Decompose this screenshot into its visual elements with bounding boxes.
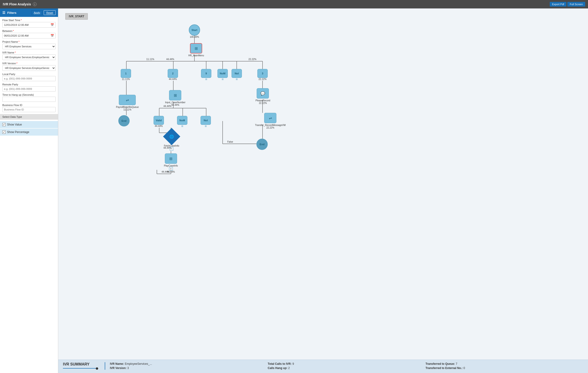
project-name-group: Project Name* HR Employee Services <box>2 40 56 49</box>
node-fetch-case[interactable]: 🌐 FetchCaseInfo − <box>164 131 179 151</box>
main-content: IVR_START <box>58 9 588 373</box>
transferred-queue-val: 7 <box>456 362 457 365</box>
node-3-pct: 22.22% <box>259 78 266 81</box>
node-transfer-record[interactable]: ⇌ Transfer_RecordMessageVM 22.22% <box>255 113 285 129</box>
please-record-pct: 22.22% <box>259 102 267 104</box>
between-input-wrapper: 📅 <box>2 33 56 39</box>
remote-party-label: Remote Party <box>2 83 56 86</box>
info-icon[interactable]: ℹ <box>33 2 37 6</box>
input-case-label: Input_CaseNumber <box>165 101 186 104</box>
please-record-box: 💬 <box>257 88 269 99</box>
apply-button[interactable]: Apply <box>31 10 43 15</box>
flow-start-time-group: Flow Start Time* 📅 <box>2 19 56 28</box>
node-2-box: 2 <box>168 69 178 78</box>
transferred-external-val: 0 <box>463 366 465 370</box>
input-case-icon: ⊞ <box>174 93 177 98</box>
nom2-box: NoM <box>177 116 187 125</box>
reset-button[interactable]: Reset <box>44 10 56 15</box>
show-percentage-label: Show Percentage <box>7 131 29 134</box>
valid-pct: 44.44% <box>155 125 163 127</box>
fetch-case-diamond: 🌐 <box>163 128 180 145</box>
node-please-record[interactable]: 💬 PleaseRecord 22.22% <box>255 88 270 104</box>
noi2-box: NoI <box>200 116 211 125</box>
remote-party-input[interactable] <box>2 86 56 91</box>
node-2[interactable]: 2 44.44% <box>168 69 178 81</box>
hr-main-menu-box: ⊞ <box>190 43 202 53</box>
total-calls-row: Total Calls to IVR: 9 <box>268 362 426 365</box>
show-value-row[interactable]: ✓ Show Value <box>0 121 58 128</box>
show-percentage-checkbox[interactable]: ✓ <box>2 131 6 134</box>
node-hr-main-menu[interactable]: ⊞ HR_MainMenu <box>188 43 204 57</box>
node-valid[interactable]: Valid 44.44% <box>154 116 164 127</box>
ivr-version-label: IVR Version* <box>2 62 56 65</box>
node-nom1[interactable]: NoM ⊞ <box>217 69 228 81</box>
local-party-input[interactable] <box>2 76 56 81</box>
transfer-record-box: ⇌ <box>264 113 276 123</box>
app-title: IVR Flow Analysis <box>3 2 31 6</box>
svg-text:44.44%: 44.44% <box>166 58 174 60</box>
node-noi2[interactable]: NoI ⊞ <box>200 116 211 127</box>
summary-title-section: IVR SUMMARY <box>63 362 105 370</box>
flow-start-time-label: Flow Start Time* <box>2 19 56 21</box>
main-layout: ☰ Filters Apply Reset Flow Start Time* 📅 <box>0 9 588 373</box>
end2-circle: End <box>256 139 268 150</box>
node-input-case[interactable]: ⊞ Input_CaseNumber 44.44% <box>165 90 186 106</box>
project-name-select[interactable]: HR Employee Services <box>2 44 56 49</box>
node-9[interactable]: 9 ⊞ <box>201 69 211 81</box>
show-value-checkbox[interactable]: ✓ <box>2 123 6 126</box>
total-calls-val: 9 <box>292 362 294 365</box>
show-percentage-row[interactable]: ✓ Show Percentage <box>0 129 58 136</box>
ivr-version-group: IVR Version* HR Employee Services:Employ… <box>2 62 56 71</box>
node-end2[interactable]: End <box>256 139 268 150</box>
business-flow-id-group: Business Flow ID <box>2 104 56 112</box>
node-noi1[interactable]: NoI ⊞ <box>231 69 242 81</box>
node-end1[interactable]: End <box>118 115 130 126</box>
sidebar: ☰ Filters Apply Reset Flow Start Time* 📅 <box>0 9 58 373</box>
node-payroll[interactable]: ⇌ PayrollBenefitsQueue 11.11% <box>116 95 139 111</box>
header-left: IVR Flow Analysis ℹ <box>3 2 37 6</box>
transferred-external-key: Transferred to External No.: <box>426 366 462 370</box>
between-group: Between* 📅 <box>2 30 56 39</box>
total-calls-key: Total Calls to IVR: <box>268 362 292 365</box>
play-case-icon: ⊞ <box>169 156 172 161</box>
node-1[interactable]: 1 11.11% <box>121 69 131 81</box>
node-9-box: 9 <box>201 69 211 78</box>
summary-title: IVR SUMMARY <box>63 362 100 366</box>
node-3[interactable]: 3 22.22% <box>257 69 268 81</box>
play-case-box: ⊞ <box>165 153 177 164</box>
valid-box: Valid <box>154 116 164 125</box>
flow-canvas[interactable]: IVR_START <box>58 9 588 360</box>
node-nom2[interactable]: NoM ⊞ <box>177 116 187 127</box>
ivr-version-select[interactable]: HR Employee Services:EmployeServic <box>2 65 56 71</box>
fullscreen-button[interactable]: Full Screen <box>567 2 585 7</box>
local-party-label: Local Party <box>2 73 56 76</box>
connections-svg: 11.11% 44.44% 22.22% 44.44% 44.44% 44.44… <box>58 9 387 196</box>
summary-bar: IVR SUMMARY IVR Name: EmployeeServices_.… <box>58 360 588 373</box>
calendar-icon-start[interactable]: 📅 <box>51 23 54 27</box>
between-label: Between* <box>2 30 56 32</box>
export-pdf-button[interactable]: Export Pdf <box>550 2 567 7</box>
ivr-name-val: EmployeeServices_... <box>125 362 152 365</box>
summary-col-1: IVR Name: EmployeeServices_... IVR Versi… <box>110 362 268 371</box>
start-pct: 100.00% <box>190 36 199 38</box>
transferred-queue-row: Transferred to Queue: 7 <box>426 362 583 365</box>
local-party-group: Local Party <box>2 73 56 81</box>
summary-col-2: Total Calls to IVR: 9 Calls Hang up: 2 <box>268 362 426 371</box>
ivr-name-select[interactable]: HR Employee Services:EmployeServic <box>2 54 56 60</box>
summary-data: IVR Name: EmployeeServices_... IVR Versi… <box>105 362 583 371</box>
remote-party-group: Remote Party <box>2 83 56 91</box>
calls-hangup-key: Calls Hang up: <box>268 366 287 370</box>
node-play-case[interactable]: ⊞ PlayCaseInfo + 44.44% <box>164 153 178 173</box>
business-flow-id-input[interactable] <box>2 107 56 112</box>
calls-hangup-val: 2 <box>288 366 290 370</box>
filters-label: Filters <box>7 11 16 15</box>
flow-start-time-input[interactable] <box>4 23 51 26</box>
calls-hangup-row: Calls Hang up: 2 <box>268 366 426 370</box>
play-case-label: PlayCaseInfo <box>164 164 178 167</box>
node-start[interactable]: Start 100.00% <box>189 24 200 38</box>
time-hangup-input[interactable] <box>2 97 56 102</box>
calendar-icon-between[interactable]: 📅 <box>51 34 54 37</box>
between-input[interactable] <box>4 34 51 37</box>
sidebar-header: ☰ Filters Apply Reset <box>0 9 58 17</box>
summary-underline <box>63 368 96 369</box>
